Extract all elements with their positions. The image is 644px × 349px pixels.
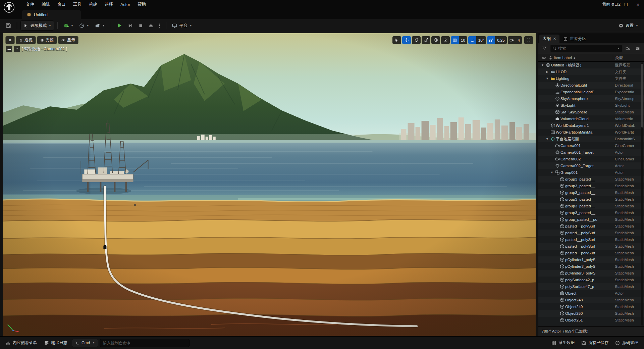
outliner-row[interactable]: group3_pasted__StaticMesh xyxy=(538,189,644,196)
menu-item-3[interactable]: 工具 xyxy=(69,0,85,9)
outliner-row[interactable]: polySurface42_pStaticMesh xyxy=(538,277,644,283)
outliner-row[interactable]: ▼Lighting文件夹 xyxy=(538,75,644,82)
outliner-row[interactable]: WorldPartitionMiniMaWorldPartit xyxy=(538,129,644,136)
outliner-row[interactable]: Camera001_TargetActor xyxy=(538,149,644,156)
surface-snap-button[interactable] xyxy=(441,36,450,44)
type-column[interactable]: 类型 xyxy=(613,55,642,60)
minimize-button[interactable]: — xyxy=(608,0,620,9)
expand-arrow-icon[interactable]: ▼ xyxy=(550,171,554,174)
maximize-viewport-button[interactable] xyxy=(524,36,533,44)
outliner-row[interactable]: group3_pasted__StaticMesh xyxy=(538,196,644,203)
outliner-row[interactable]: SkyLightSkyLight xyxy=(538,102,644,109)
outliner-row[interactable]: pCylinder1_polySStaticMesh xyxy=(538,256,644,263)
tab-world-partition[interactable]: 世界分区 xyxy=(560,35,589,43)
rotate-tool-button[interactable] xyxy=(412,36,421,44)
item-label-column[interactable]: Item Label xyxy=(554,56,572,60)
outliner-row[interactable]: WorldDataLayers-1WorldDataL xyxy=(538,122,644,129)
outliner-row[interactable]: pasted__polySurfStaticMesh xyxy=(538,243,644,250)
rotation-snap-control[interactable]: 10° xyxy=(468,36,486,44)
level-viewport[interactable]: ≡ 透视 光照 显示 xyxy=(3,33,536,336)
menu-item-0[interactable]: 文件 xyxy=(22,0,38,9)
expand-arrow-icon[interactable]: ▼ xyxy=(540,63,545,67)
outliner-settings-button[interactable] xyxy=(634,44,642,52)
outliner-row[interactable]: ObjectActor xyxy=(538,290,644,297)
menu-item-7[interactable]: 帮助 xyxy=(134,0,150,9)
derived-data-button[interactable]: 派生数据 xyxy=(548,338,578,348)
content-drawer-button[interactable]: 内容侧滑菜单 xyxy=(3,338,40,348)
outliner-row[interactable]: Object249StaticMesh xyxy=(538,303,644,310)
search-options-chevron-icon[interactable]: ▼ xyxy=(617,47,620,50)
show-flags-button[interactable]: 显示 xyxy=(58,36,78,44)
outliner-row[interactable]: Camera001CineCamer xyxy=(538,142,644,149)
expand-arrow-icon[interactable]: ▼ xyxy=(545,77,549,80)
outliner-row[interactable]: Object248StaticMesh xyxy=(538,297,644,303)
perspective-button[interactable]: 透视 xyxy=(16,36,36,44)
outliner-row[interactable]: VolumetricCloudVolumetric xyxy=(538,115,644,122)
outliner-row[interactable]: Object251StaticMesh xyxy=(538,317,644,323)
play-options-button[interactable] xyxy=(157,20,163,31)
menu-item-2[interactable]: 窗口 xyxy=(54,0,69,9)
outliner-row[interactable]: ExponentialHeightFExponentia xyxy=(538,89,644,95)
outliner-row[interactable]: pCylinder3_polySStaticMesh xyxy=(538,263,644,270)
outliner-scrollbar[interactable] xyxy=(641,62,643,326)
viewport-options-button[interactable]: ≡ xyxy=(6,36,14,44)
source-control-button[interactable]: 源码管理 xyxy=(612,338,641,348)
outliner-row[interactable]: Camera002CineCamer xyxy=(538,156,644,162)
stop-button[interactable] xyxy=(136,20,145,31)
outliner-row[interactable]: pCylinder3_polySStaticMesh xyxy=(538,270,644,277)
outliner-row[interactable]: group3_pasted__StaticMesh xyxy=(538,176,644,183)
output-log-button[interactable]: 输出日志 xyxy=(41,338,70,348)
menu-item-6[interactable]: Actor xyxy=(117,0,134,9)
eject-pilot-icon[interactable] xyxy=(14,46,20,52)
menu-item-1[interactable]: 编辑 xyxy=(38,0,54,9)
close-tab-icon[interactable]: ✕ xyxy=(553,37,556,41)
stop-pilot-icon[interactable] xyxy=(6,46,12,52)
eject-button[interactable] xyxy=(146,20,156,31)
play-button[interactable] xyxy=(114,20,124,31)
scale-tool-button[interactable] xyxy=(422,36,430,44)
all-saved-button[interactable]: 所有已保存 xyxy=(578,338,611,348)
level-tab[interactable]: Untitled xyxy=(22,10,81,19)
outliner-row[interactable]: group_pasted__poStaticMesh xyxy=(538,216,644,223)
cinematics-button[interactable]: ▼ xyxy=(93,20,107,31)
outliner-row[interactable]: pasted__polySurfStaticMesh xyxy=(538,230,644,236)
menu-item-4[interactable]: 构建 xyxy=(85,0,101,9)
expand-arrow-icon[interactable]: ▼ xyxy=(545,137,549,141)
filter-button[interactable] xyxy=(540,44,548,52)
outliner-row[interactable]: group3_pasted__StaticMesh xyxy=(538,183,644,189)
outliner-row[interactable]: pasted__polySurfStaticMesh xyxy=(538,250,644,256)
outliner-row[interactable]: ▼Group001Actor xyxy=(538,169,644,176)
outliner-row[interactable]: group3_pasted__StaticMesh xyxy=(538,209,644,216)
outliner-row[interactable]: pasted__polySurfStaticMesh xyxy=(538,223,644,230)
platforms-button[interactable]: 平台 ▼ xyxy=(170,20,195,31)
add-actor-button[interactable]: ▼ xyxy=(61,20,76,31)
tab-outliner[interactable]: 大纲 ✕ xyxy=(539,35,559,43)
editor-mode-select[interactable]: 选项模式 ▼ xyxy=(20,20,54,31)
blueprints-button[interactable]: ▼ xyxy=(77,20,92,31)
outliner-row[interactable]: ▼平台地层截面DatasmithS xyxy=(538,136,644,142)
console-input-box[interactable] xyxy=(100,339,190,347)
save-button[interactable] xyxy=(3,20,13,31)
expand-arrow-icon[interactable]: ▶ xyxy=(545,70,549,73)
outliner-row[interactable]: SkyAtmosphereSkyAtmosp xyxy=(538,95,644,102)
skip-button[interactable] xyxy=(125,20,135,31)
world-space-button[interactable] xyxy=(431,36,440,44)
camera-speed-control[interactable]: 4 xyxy=(508,36,522,44)
grid-snap-control[interactable]: 10 xyxy=(451,36,467,44)
outliner-row[interactable]: SM_SkySphereStaticMesh xyxy=(538,109,644,115)
search-input[interactable] xyxy=(558,46,615,51)
outliner-row[interactable]: pasted__polySurfStaticMesh xyxy=(538,236,644,243)
scrollbar-thumb[interactable] xyxy=(641,64,643,128)
console-input[interactable] xyxy=(103,341,186,345)
select-tool-button[interactable] xyxy=(392,36,401,44)
move-tool-button[interactable] xyxy=(402,36,411,44)
outliner-row[interactable]: group3_pasted__StaticMesh xyxy=(538,203,644,209)
visibility-column-eye-icon[interactable] xyxy=(540,55,547,61)
outliner-row[interactable]: DirectionalLightDirectional xyxy=(538,82,644,89)
maximize-button[interactable]: ❐ xyxy=(620,0,632,9)
search-box[interactable]: ▼ xyxy=(550,45,622,52)
outliner-row[interactable]: polySurface47_pStaticMesh xyxy=(538,283,644,290)
outliner-row[interactable]: ▶HLOD文件夹 xyxy=(538,68,644,75)
pin-column-icon[interactable] xyxy=(547,55,554,61)
settings-button[interactable]: 设置 ▼ xyxy=(616,20,641,31)
